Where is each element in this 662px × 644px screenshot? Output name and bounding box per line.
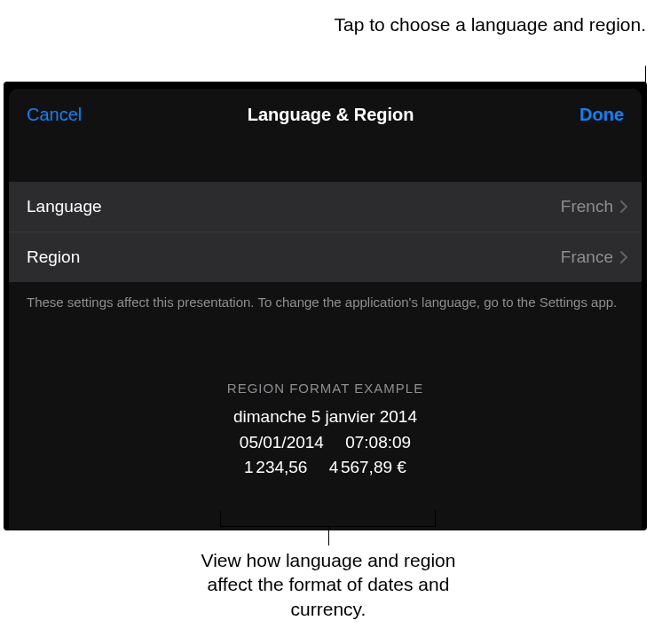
region-label: Region bbox=[27, 247, 80, 267]
done-button[interactable]: Done bbox=[579, 105, 624, 125]
example-long-date: dimanche 5 janvier 2014 bbox=[9, 404, 642, 430]
example-short-date-time: 05/01/2014 07:08:09 bbox=[9, 430, 642, 456]
modal-backdrop: Cancel Language & Region Done Language F… bbox=[4, 82, 647, 530]
chevron-right-icon bbox=[620, 200, 627, 213]
page-title: Language & Region bbox=[248, 105, 414, 125]
callout-top: Tap to choose a language and region. bbox=[335, 12, 646, 36]
callout-top-text: Tap to choose a language and region. bbox=[335, 14, 646, 35]
callout-bottom-text: View how language and region affect the … bbox=[195, 548, 461, 621]
example-number-currency: 1 234,56 4 567,89 € bbox=[9, 455, 642, 481]
language-label: Language bbox=[27, 197, 102, 216]
language-row[interactable]: Language French bbox=[9, 182, 642, 232]
region-value-wrap: France bbox=[561, 247, 627, 267]
region-format-example: REGION FORMAT EXAMPLE dimanche 5 janvier… bbox=[9, 381, 642, 481]
chevron-right-icon bbox=[620, 251, 627, 263]
language-value-wrap: French bbox=[561, 197, 627, 216]
language-value: French bbox=[561, 197, 613, 216]
region-row[interactable]: Region France bbox=[9, 232, 642, 282]
cancel-button[interactable]: Cancel bbox=[27, 105, 82, 125]
callout-bracket-bottom bbox=[220, 510, 436, 528]
region-value: France bbox=[561, 247, 613, 267]
example-header: REGION FORMAT EXAMPLE bbox=[9, 381, 642, 396]
language-region-modal: Cancel Language & Region Done Language F… bbox=[9, 89, 642, 530]
settings-list: Language French Region France bbox=[9, 182, 642, 282]
settings-footer-note: These settings affect this presentation.… bbox=[9, 282, 642, 311]
navigation-bar: Cancel Language & Region Done bbox=[9, 89, 642, 139]
callout-bottom: View how language and region affect the … bbox=[0, 548, 662, 621]
